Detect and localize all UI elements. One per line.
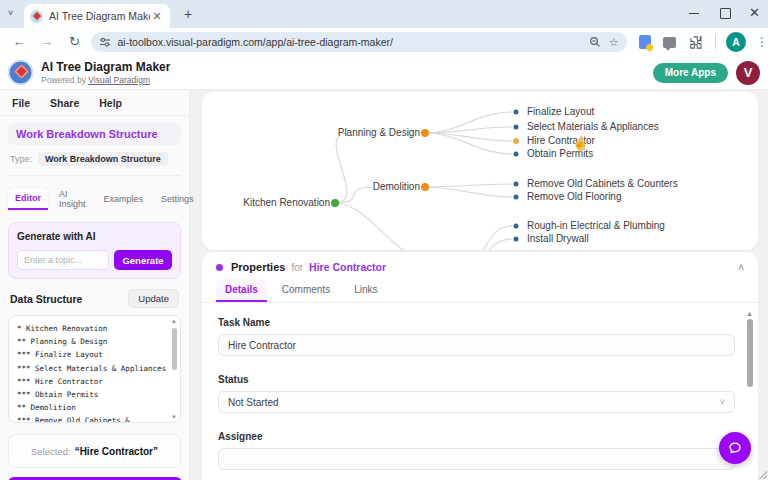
- comment-extension-icon[interactable]: [663, 37, 676, 48]
- window-maximize-button[interactable]: [719, 7, 731, 19]
- url-text: ai-toolbox.visual-paradigm.com/app/ai-tr…: [117, 36, 588, 48]
- tab-close-icon[interactable]: ✕: [150, 9, 164, 23]
- tab-search-icon[interactable]: ˅: [8, 8, 13, 18]
- powered-by: Powered by Visual Paradigm: [41, 75, 170, 85]
- tab-favicon-icon: [30, 10, 43, 23]
- task-name-label: Task Name: [218, 317, 726, 328]
- leaf-dot[interactable]: [514, 224, 519, 229]
- more-apps-button[interactable]: More Apps: [653, 63, 728, 83]
- site-settings-icon[interactable]: [99, 36, 111, 48]
- node-kitchen-renovation[interactable]: Kitchen Renovation: [243, 197, 330, 208]
- scroll-up-icon[interactable]: ▲: [745, 310, 754, 317]
- node-demolition[interactable]: Demolition: [373, 181, 420, 192]
- properties-panel: Properties for Hire Contractor ˄ Details…: [202, 252, 758, 480]
- chat-fab-button[interactable]: [719, 432, 751, 464]
- node-finalize-layout[interactable]: Finalize Layout: [527, 106, 594, 117]
- properties-target: Hire Contractor: [309, 261, 386, 273]
- window-resize-handle[interactable]: [759, 471, 767, 479]
- document-title[interactable]: Work Breakdown Structure: [8, 123, 181, 145]
- scroll-thumb[interactable]: [172, 328, 177, 370]
- extension-blue-icon[interactable]: [639, 35, 652, 49]
- sidebar-tabs: Editor AI Insight Examples Settings: [8, 184, 181, 214]
- tab-title: AI Tree Diagram Maker: [49, 10, 150, 22]
- properties-tabs: Details Comments Links: [202, 273, 758, 303]
- back-icon[interactable]: ←: [10, 33, 28, 51]
- leaf-dot[interactable]: [514, 237, 519, 242]
- branch-dot-planning[interactable]: [421, 129, 429, 137]
- tab-links[interactable]: Links: [345, 279, 386, 302]
- scroll-thumb[interactable]: [747, 319, 753, 387]
- topic-input[interactable]: [17, 250, 109, 270]
- tree-links: [202, 92, 758, 250]
- assignee-label: Assignee: [218, 431, 726, 442]
- window-minimize-button[interactable]: [689, 7, 701, 19]
- node-rough-in[interactable]: Rough-in Electrical & Plumbing: [527, 220, 665, 231]
- user-avatar[interactable]: V: [736, 61, 760, 85]
- generate-ai-title: Generate with AI: [17, 231, 172, 242]
- address-bar[interactable]: ai-toolbox.visual-paradigm.com/app/ai-tr…: [91, 32, 626, 52]
- browser-menu-icon[interactable]: ⋮: [756, 35, 768, 49]
- tab-editor[interactable]: Editor: [8, 188, 48, 210]
- leaf-dot[interactable]: [514, 182, 519, 187]
- scroll-up-icon[interactable]: ▲: [170, 318, 178, 324]
- data-structure-heading: Data Structure: [10, 293, 82, 305]
- task-name-input[interactable]: [218, 334, 735, 356]
- node-select-materials[interactable]: Select Materials & Appliances: [527, 121, 659, 132]
- node-remove-cabinets[interactable]: Remove Old Cabinets & Counters: [527, 178, 678, 189]
- update-button[interactable]: Update: [128, 289, 179, 308]
- status-select[interactable]: Not Started ˅: [218, 391, 735, 413]
- diagram-canvas[interactable]: Kitchen Renovation Planning & Design Dem…: [202, 92, 758, 250]
- window-close-button[interactable]: ✕: [749, 7, 760, 19]
- menu-share[interactable]: Share: [50, 97, 79, 109]
- menu-file[interactable]: File: [12, 97, 30, 109]
- leaf-dot[interactable]: [514, 152, 519, 157]
- app-logo-icon: [8, 60, 33, 85]
- tab-examples[interactable]: Examples: [97, 189, 151, 209]
- leaf-dot-selected[interactable]: [513, 138, 519, 144]
- type-value: Work Breakdown Structure: [38, 152, 168, 166]
- screen: ˅ AI Tree Diagram Maker ✕ + ✕ ← → ↻ ai-t…: [0, 0, 768, 480]
- root-dot[interactable]: [331, 199, 339, 207]
- status-value: Not Started: [228, 397, 279, 408]
- collapse-panel-icon[interactable]: ˄: [738, 262, 744, 273]
- node-install-drywall[interactable]: Install Drywall: [527, 233, 589, 244]
- visual-paradigm-link[interactable]: Visual Paradigm: [88, 75, 150, 85]
- tab-comments[interactable]: Comments: [273, 279, 339, 302]
- generate-button[interactable]: Generate: [114, 250, 172, 270]
- properties-dot-icon: [216, 264, 223, 271]
- extensions-puzzle-icon[interactable]: [688, 35, 703, 50]
- scroll-down-icon[interactable]: ▼: [170, 414, 178, 420]
- new-tab-button[interactable]: +: [180, 7, 196, 23]
- type-label: Type:: [10, 154, 32, 164]
- bookmark-star-icon[interactable]: ☆: [609, 36, 619, 49]
- main-area: Kitchen Renovation Planning & Design Dem…: [190, 90, 768, 480]
- node-planning-design[interactable]: Planning & Design: [338, 127, 420, 138]
- app-header: AI Tree Diagram Maker Powered by Visual …: [0, 56, 768, 90]
- menu-bar: File Share Help: [0, 90, 189, 116]
- forward-icon[interactable]: →: [38, 33, 56, 51]
- sidebar-divider: [8, 175, 181, 176]
- assignee-input[interactable]: [218, 448, 735, 470]
- powered-by-prefix: Powered by: [41, 75, 86, 85]
- tab-details[interactable]: Details: [216, 279, 267, 302]
- selected-node-box: Selected: “Hire Contractor”: [8, 434, 181, 468]
- data-structure-text: * Kitchen Renovation ** Planning & Desig…: [17, 322, 164, 423]
- branch-dot-demolition[interactable]: [421, 183, 429, 191]
- tab-ai-insight[interactable]: AI Insight: [52, 184, 93, 214]
- chevron-down-icon: ˅: [720, 397, 725, 407]
- zoom-out-icon[interactable]: [589, 36, 601, 48]
- node-remove-flooring[interactable]: Remove Old Flooring: [527, 191, 621, 202]
- data-structure-editor[interactable]: * Kitchen Renovation ** Planning & Desig…: [8, 315, 181, 423]
- leaf-dot[interactable]: [514, 110, 519, 115]
- leaf-dot[interactable]: [514, 125, 519, 130]
- generate-ai-panel: Generate with AI Generate: [8, 222, 181, 279]
- menu-help[interactable]: Help: [99, 97, 122, 109]
- browser-profile-avatar[interactable]: A: [726, 32, 746, 52]
- leaf-dot[interactable]: [514, 195, 519, 200]
- properties-title: Properties: [231, 261, 285, 273]
- sidebar: File Share Help Work Breakdown Structure…: [0, 90, 190, 480]
- editor-scrollbar[interactable]: ▲ ▼: [170, 318, 178, 420]
- app-title: AI Tree Diagram Maker: [41, 60, 170, 74]
- reload-icon[interactable]: ↻: [66, 33, 84, 51]
- browser-tab[interactable]: AI Tree Diagram Maker ✕: [24, 4, 170, 28]
